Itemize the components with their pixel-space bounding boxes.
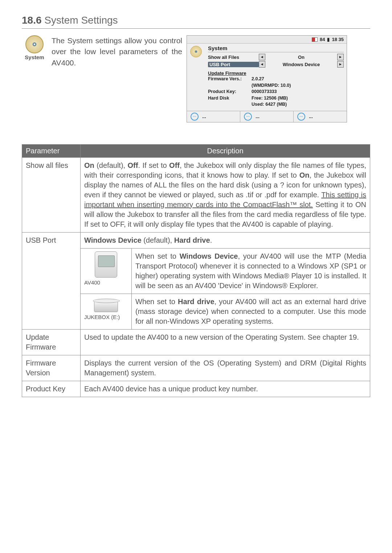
setting-value: On	[265, 55, 337, 60]
section-title: System Settings	[44, 15, 118, 26]
pk-label: Product Key:	[208, 89, 252, 95]
arrow-left-icon[interactable]: ◂	[259, 54, 265, 60]
param-desc: Each AV400 device has a unique product k…	[81, 381, 370, 397]
softkey-icon: ⋯	[244, 113, 252, 121]
usb-options: Windows Device (default), Hard drive.	[81, 232, 370, 248]
av400-device-icon: AV400	[81, 248, 132, 294]
fw-value: 2.0.27	[252, 76, 264, 81]
device-statusbar: 84 ▮ 18 35	[187, 36, 347, 44]
system-icon-label: System	[22, 54, 47, 60]
intro-text: The System settings allow you control ov…	[52, 35, 182, 122]
arrow-left-icon[interactable]: ◂	[259, 61, 265, 68]
gear-icon	[190, 46, 202, 57]
softkey-1[interactable]: ⋯...	[187, 111, 240, 122]
drm-value: (WMDRMPD: 10.0)	[252, 83, 291, 88]
gear-icon	[25, 35, 44, 53]
param-name: Product Key	[22, 381, 81, 397]
device-icon	[95, 251, 117, 278]
device-info-block: Firmware Vers.:2.0.27 (WMDRMPD: 10.0) Pr…	[208, 76, 344, 108]
drive-icon-label: JUKEBOX (E:)	[84, 314, 128, 321]
arrow-right-icon[interactable]: ▸	[337, 54, 344, 60]
param-desc: Used to update the AV400 to a new versio…	[81, 329, 370, 355]
table-row: Show all files On (default), Off. If set…	[22, 157, 370, 232]
parameter-table: Parameter Description Show all files On …	[22, 144, 370, 397]
clock-icon: ▮	[327, 37, 330, 42]
param-name: Firmware Version	[22, 355, 81, 381]
svg-point-1	[34, 44, 35, 45]
battery-level: 84	[320, 37, 325, 42]
table-row: Product Key Each AV400 device has a uniq…	[22, 381, 370, 397]
device-time: 18 35	[332, 37, 344, 42]
param-name: Update Firmware	[22, 329, 81, 355]
setting-row-showall: Show all Files ◂ On ▸	[208, 54, 344, 60]
softkey-icon: ⋯	[191, 113, 199, 121]
softkey-3[interactable]: ⋯...	[294, 111, 347, 122]
setting-row-usbport: USB Port ◂ Windows Device ▸	[208, 61, 344, 68]
softkey-2[interactable]: ⋯...	[240, 111, 294, 122]
usb-harddrive-desc: When set to Hard drive, your AV400 will …	[132, 294, 370, 329]
setting-value: Windows Device	[265, 62, 337, 67]
table-row: USB Port Windows Device (default), Hard …	[22, 232, 370, 248]
table-row: Update Firmware Used to update the AV400…	[22, 329, 370, 355]
device-screenshot: 84 ▮ 18 35 System Show all Files ◂ On ▸	[187, 35, 370, 122]
param-name: Show all files	[22, 157, 81, 232]
hd-used: Used: 6427 (MB)	[252, 102, 287, 107]
arrow-right-icon[interactable]: ▸	[337, 61, 344, 68]
drive-icon	[94, 300, 118, 312]
battery-icon	[312, 37, 318, 42]
update-firmware-link[interactable]: Update Firmware	[208, 70, 344, 76]
header-parameter: Parameter	[22, 144, 81, 157]
hd-free: Free: 12506 (MB)	[252, 96, 288, 101]
fw-label: Firmware Vers.:	[208, 76, 252, 82]
param-name: USB Port	[22, 232, 81, 329]
hd-label: Hard Disk	[208, 95, 252, 102]
table-row: Firmware Version Displays the current ve…	[22, 355, 370, 381]
intro-row: System The System settings allow you con…	[22, 35, 370, 122]
pk-value: 0000373333	[252, 89, 277, 94]
usb-windows-desc: When set to Windows Device, your AV400 w…	[132, 248, 370, 294]
section-number: 18.6	[22, 15, 42, 26]
softkey-icon: ⋯	[297, 113, 305, 121]
header-description: Description	[81, 144, 370, 157]
device-icon-column	[187, 44, 205, 111]
system-icon-column: System	[22, 35, 47, 122]
device-title: System	[208, 45, 344, 52]
section-heading: 18.6 System Settings	[22, 15, 370, 29]
param-desc: Displays the current version of the OS (…	[81, 355, 370, 381]
setting-label: USB Port	[208, 62, 259, 67]
device-icon-label: AV400	[84, 279, 128, 286]
svg-point-2	[195, 51, 197, 53]
setting-label: Show all Files	[208, 55, 259, 60]
param-desc: On (default), Off. If set to Off, the Ju…	[81, 157, 370, 232]
device-footer: ⋯... ⋯... ⋯...	[187, 111, 347, 122]
harddrive-icon: JUKEBOX (E:)	[81, 294, 132, 329]
